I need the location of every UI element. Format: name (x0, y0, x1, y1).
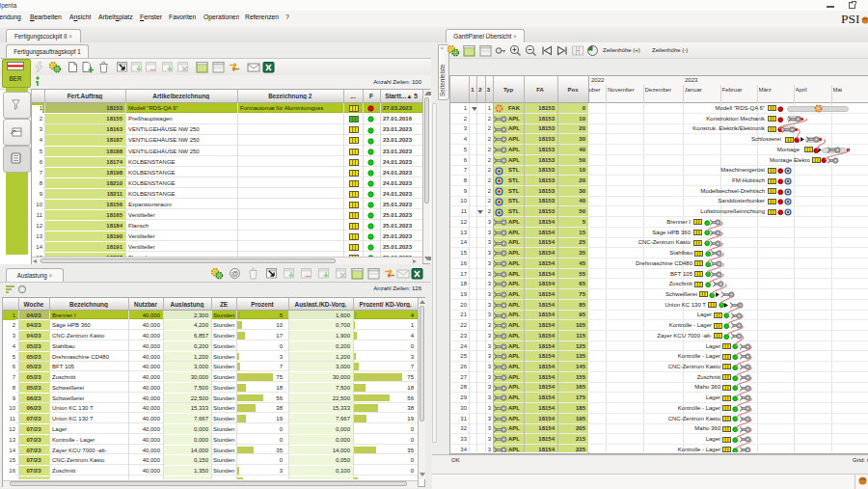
svg-text:@: @ (231, 269, 239, 278)
